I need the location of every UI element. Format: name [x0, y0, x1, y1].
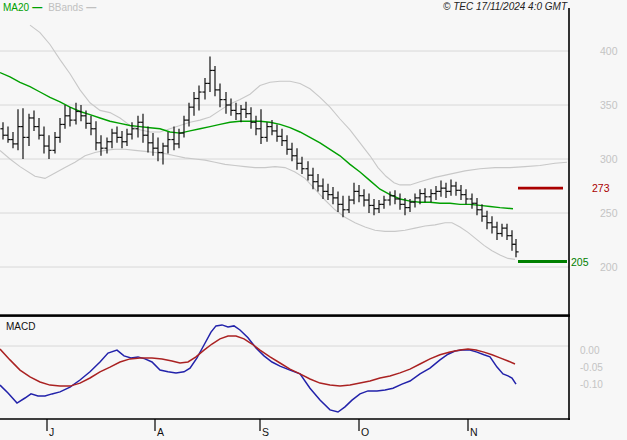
ohlc-bar	[463, 189, 468, 204]
ohlc-bar	[212, 66, 217, 96]
ohlc-bar	[181, 116, 186, 138]
ohlc-bar	[93, 121, 98, 150]
macd-line	[0, 325, 516, 412]
macd-axis-label: 0.00	[580, 345, 600, 356]
ohlc-bar	[335, 191, 340, 212]
ohlc-bar	[489, 216, 494, 233]
ohlc-bar	[422, 188, 427, 202]
ohlc-bar	[279, 129, 284, 146]
ohlc-bar	[114, 127, 119, 143]
ohlc-bar	[20, 108, 25, 159]
support-level-label: 205	[571, 256, 589, 268]
price-axis-label: 350	[600, 99, 618, 111]
macd-axis-label: -0.10	[580, 379, 603, 390]
ohlc-bar	[140, 114, 145, 143]
ohlc-bar	[228, 99, 233, 116]
ohlc-bar	[26, 114, 31, 146]
macd-panel-top-border	[0, 314, 570, 317]
ohlc-bar	[165, 132, 170, 154]
ohlc-bar	[325, 184, 330, 200]
ohlc-bar	[264, 122, 269, 141]
ohlc-bar	[513, 239, 518, 257]
ohlc-bar	[453, 182, 458, 196]
ohlc-bar	[428, 189, 433, 202]
ohlc-bar	[458, 185, 463, 200]
ohlc-bar	[499, 224, 504, 237]
ohlc-bar	[217, 83, 222, 107]
month-label: N	[470, 426, 478, 438]
month-label: J	[49, 426, 54, 438]
ohlc-bar	[119, 131, 124, 148]
month-label: A	[157, 426, 164, 438]
ohlc-bar	[36, 118, 41, 140]
ohlc-bar	[438, 181, 443, 197]
ohlc-bar	[98, 135, 103, 156]
ohlc-bar	[284, 135, 289, 154]
ohlc-bar	[238, 105, 243, 122]
price-axis-label: 200	[600, 261, 618, 273]
ohlc-bar	[46, 135, 51, 159]
ohlc-bar	[243, 102, 248, 118]
ohlc-bar	[315, 174, 320, 191]
ohlc-bar	[351, 183, 356, 205]
price-axis-label: 300	[600, 153, 618, 165]
ohlc-bar	[88, 116, 93, 135]
ohlc-bar	[376, 200, 381, 213]
ohlc-bar	[433, 186, 438, 200]
ohlc-bar	[104, 137, 109, 153]
ohlc-bar	[356, 185, 361, 202]
ohlc-bar	[191, 92, 196, 116]
stock-chart-window: MA20 — BBands — © TEC 17/11/2024 4:0 GMT…	[0, 0, 627, 440]
ohlc-bar	[361, 189, 366, 206]
month-label: S	[262, 426, 269, 438]
ohlc-bar	[0, 122, 5, 139]
ohlc-bar	[346, 196, 351, 213]
ohlc-bar	[253, 116, 258, 135]
ohlc-bar	[258, 109, 263, 144]
ohlc-bar	[484, 211, 489, 229]
ohlc-bar	[330, 187, 335, 204]
ohlc-bar	[504, 224, 509, 240]
ohlc-bar	[196, 86, 201, 111]
ohlc-bar	[397, 194, 402, 210]
ohlc-bar	[443, 183, 448, 198]
ohlc-bar	[248, 107, 253, 129]
ohlc-bar	[145, 127, 150, 153]
ohlc-bar	[509, 230, 514, 251]
macd-panel-label: MACD	[6, 321, 35, 332]
price-axis-label: 250	[600, 207, 618, 219]
ohlc-bar	[73, 103, 78, 125]
ohlc-bar	[223, 92, 228, 114]
ohlc-bar	[494, 222, 499, 240]
ohlc-bar	[274, 124, 279, 141]
price-axis-label: 400	[600, 45, 618, 57]
ohlc-bar	[366, 194, 371, 213]
macd-axis-label: -0.05	[580, 362, 603, 373]
ohlc-bar	[207, 56, 212, 92]
ohlc-bar	[10, 132, 15, 148]
ohlc-bar	[62, 105, 67, 129]
bollinger-lower-band	[0, 149, 515, 259]
ohlc-bar	[57, 118, 62, 143]
ohlc-bar	[124, 129, 129, 146]
ohlc-bar	[202, 78, 207, 100]
ohlc-bar	[310, 168, 315, 190]
resistance-level-label: 273	[592, 182, 610, 194]
ohlc-bar	[41, 127, 46, 154]
ohlc-bar	[109, 129, 114, 148]
ohlc-bar	[52, 132, 57, 154]
ohlc-bar	[176, 129, 181, 148]
ohlc-bar	[15, 109, 20, 150]
ohlc-bar	[469, 194, 474, 209]
ohlc-bar	[448, 180, 453, 196]
ohlc-bar	[31, 110, 36, 131]
chart-canvas: 4003503002502000.00-0.05-0.10273205JASON	[0, 0, 627, 440]
ohlc-bar	[305, 161, 310, 180]
ohlc-bar	[67, 107, 72, 126]
ohlc-bar	[171, 127, 176, 151]
ohlc-bar	[155, 137, 160, 161]
ohlc-bar	[381, 196, 386, 209]
month-label: O	[361, 426, 369, 438]
ohlc-bar	[5, 127, 10, 143]
ohlc-bar	[412, 194, 417, 208]
